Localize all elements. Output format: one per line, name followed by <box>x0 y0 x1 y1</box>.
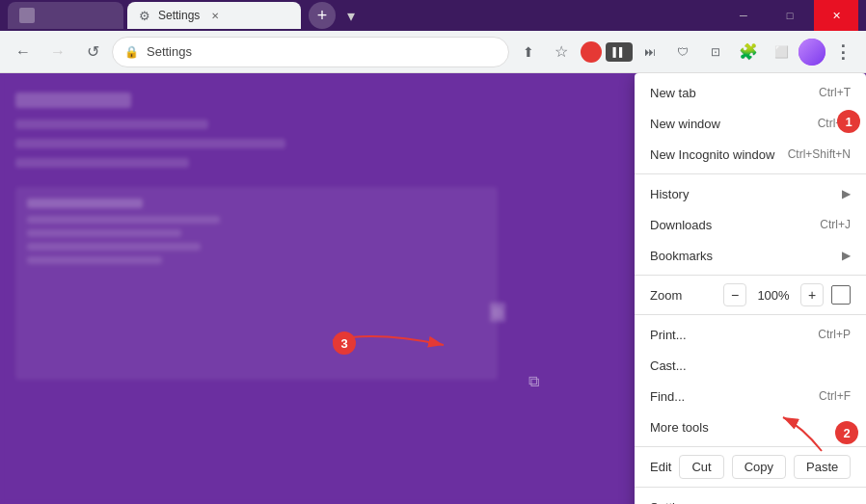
zoom-row: Zoom − 100% + <box>635 279 866 310</box>
close-button[interactable]: ✕ <box>814 0 858 31</box>
history-label: History <box>650 187 842 201</box>
title-bar: ⚙ Settings ✕ + ▾ ─ □ ✕ <box>0 0 866 31</box>
tab-inactive-1[interactable] <box>8 2 123 29</box>
ext-icon-3[interactable]: 🛡 <box>667 37 698 67</box>
forward-button[interactable]: → <box>42 37 73 67</box>
new-tab-button[interactable]: + <box>309 2 336 29</box>
browser-frame: ⚙ Settings ✕ + ▾ ─ □ ✕ ← → ↺ 🔒 Settings … <box>0 0 866 504</box>
new-window-label: New window <box>650 117 810 131</box>
zoom-fullscreen-button[interactable] <box>831 285 851 305</box>
record-button[interactable] <box>581 41 602 63</box>
share-button[interactable]: ⬆ <box>513 37 544 67</box>
reload-button[interactable]: ↺ <box>77 37 108 67</box>
zoom-value: 100% <box>754 288 793 303</box>
separator-5 <box>635 487 866 488</box>
cut-button[interactable]: Cut <box>679 455 723 479</box>
tab-settings-label: Settings <box>158 9 200 22</box>
back-button[interactable]: ← <box>8 37 39 67</box>
page-content: ⧉ ⧉ New tab Ctrl+T New window Ctrl+N New… <box>0 73 866 504</box>
downloads-shortcut: Ctrl+J <box>820 218 851 231</box>
downloads-label: Downloads <box>650 218 812 232</box>
ext-icon-4[interactable]: ⊡ <box>700 37 731 67</box>
menu-item-downloads[interactable]: Downloads Ctrl+J <box>635 209 866 240</box>
new-tab-shortcut: Ctrl+T <box>819 86 851 99</box>
zoom-label: Zoom <box>650 288 723 303</box>
zoom-controls: − 100% + <box>723 283 824 306</box>
tab-nav-button[interactable]: ▾ <box>347 7 355 25</box>
profile-button[interactable] <box>798 39 825 66</box>
separator-3 <box>635 314 866 315</box>
menu-item-bookmarks[interactable]: Bookmarks ▶ <box>635 240 866 271</box>
menu-item-print[interactable]: Print... Ctrl+P <box>635 319 866 350</box>
tab-close-button[interactable]: ✕ <box>207 8 223 23</box>
menu-item-new-tab[interactable]: New tab Ctrl+T <box>635 77 866 108</box>
new-tab-label: New tab <box>650 86 811 100</box>
settings-label: Settings <box>650 500 851 505</box>
menu-item-new-window[interactable]: New window Ctrl+N <box>635 108 866 139</box>
zoom-minus-button[interactable]: − <box>723 283 746 306</box>
print-label: Print... <box>650 328 810 342</box>
separator-2 <box>635 275 866 276</box>
bookmarks-arrow: ▶ <box>842 249 851 262</box>
toolbar-right: ⬆ ☆ ▌▌ ⏭ 🛡 ⊡ 🧩 ⬜ ⋮ <box>513 37 858 67</box>
annotation-circle-1: 1 <box>837 110 860 133</box>
cast-label: Cast... <box>650 358 851 373</box>
menu-button[interactable]: ⋮ <box>827 37 858 67</box>
tab-settings-icon: ⚙ <box>139 9 150 23</box>
minimize-button[interactable]: ─ <box>721 0 766 31</box>
ext-icon-1[interactable]: ▌▌ <box>606 42 633 62</box>
menu-item-incognito[interactable]: New Incognito window Ctrl+Shift+N <box>635 139 866 170</box>
address-text: Settings <box>147 44 192 59</box>
menu-item-cast[interactable]: Cast... <box>635 350 866 381</box>
menu-item-history[interactable]: History ▶ <box>635 178 866 209</box>
zoom-plus-button[interactable]: + <box>800 283 824 306</box>
arrow-2-to-help <box>735 398 851 465</box>
incognito-shortcut: Ctrl+Shift+N <box>788 147 851 161</box>
bookmarks-label: Bookmarks <box>650 249 842 263</box>
tab-settings[interactable]: ⚙ Settings ✕ <box>127 2 301 29</box>
incognito-label: New Incognito window <box>650 147 780 162</box>
address-bar[interactable]: 🔒 Settings <box>112 37 509 67</box>
annotation-circle-3: 3 <box>333 332 356 355</box>
window-controls: ─ □ ✕ <box>721 0 858 31</box>
extensions-button[interactable]: 🧩 <box>733 37 764 67</box>
maximize-button[interactable]: □ <box>768 0 812 31</box>
external-link-icon: ⧉ <box>528 373 539 390</box>
toolbar: ← → ↺ 🔒 Settings ⬆ ☆ ▌▌ ⏭ 🛡 ⊡ 🧩 ⬜ ⋮ <box>0 31 866 73</box>
edit-label: Edit <box>650 460 671 474</box>
history-arrow: ▶ <box>842 187 851 200</box>
avatar <box>798 39 825 66</box>
cast-button[interactable]: ⬜ <box>766 37 797 67</box>
annotation-circle-2: 2 <box>835 421 858 444</box>
lock-icon: 🔒 <box>124 45 139 59</box>
ext-icon-2[interactable]: ⏭ <box>635 37 665 67</box>
separator-1 <box>635 173 866 174</box>
print-shortcut: Ctrl+P <box>818 328 851 341</box>
bookmark-button[interactable]: ☆ <box>546 37 577 67</box>
menu-item-settings[interactable]: Settings <box>635 491 866 504</box>
